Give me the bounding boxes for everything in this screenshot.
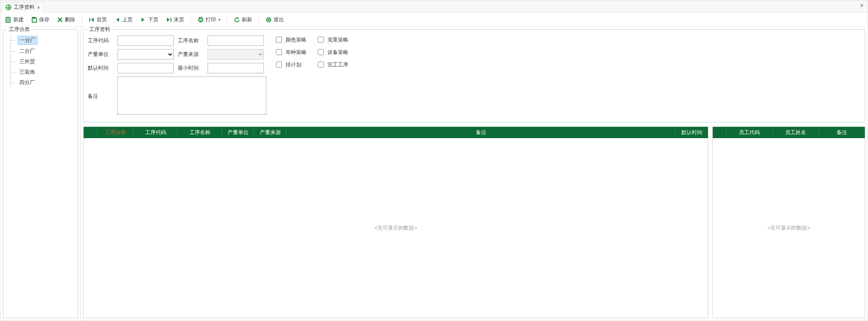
last-page-label: 末页 xyxy=(174,16,184,23)
prev-page-label: 上页 xyxy=(122,16,133,23)
col-source[interactable]: 产量来源 xyxy=(254,127,286,138)
svg-rect-3 xyxy=(7,21,9,21)
device-strategy-checkbox[interactable]: 设备策略 xyxy=(316,48,348,56)
row-selector-header[interactable] xyxy=(713,127,726,138)
tree-item[interactable]: 四分厂 xyxy=(6,77,75,88)
save-button[interactable]: 保存 xyxy=(29,14,52,25)
source-select[interactable] xyxy=(208,49,264,60)
tab-title: 工序资料 xyxy=(14,4,35,11)
first-page-icon xyxy=(88,17,95,23)
separator xyxy=(259,15,259,24)
def-time-input[interactable] xyxy=(117,63,174,73)
new-label: 新建 xyxy=(13,16,24,23)
nodata-text: <无可显示的数据> xyxy=(767,224,810,232)
svg-rect-9 xyxy=(200,21,202,22)
tree-item[interactable]: 三装饰 xyxy=(6,67,75,77)
globe-icon xyxy=(6,4,11,10)
tree-item[interactable]: 三外贸 xyxy=(6,56,75,67)
close-icon[interactable]: × xyxy=(37,4,40,10)
checkbox-input[interactable] xyxy=(276,37,282,43)
svg-rect-5 xyxy=(89,18,90,22)
tree-item[interactable]: 二分厂 xyxy=(6,46,75,56)
exit-button[interactable]: 退出 xyxy=(263,14,286,25)
process-table-header: 工序分类 工序代码 工序名称 产量单位 产量来源 备注 默认时间 xyxy=(84,127,708,138)
col-name[interactable]: 工序名称 xyxy=(178,127,222,138)
svg-rect-8 xyxy=(200,17,202,19)
category-group-title: 工序分类 xyxy=(7,26,31,33)
toolbar: 新建 保存 删除 首页 上页 xyxy=(0,12,868,27)
checkbox-label: 颜色策略 xyxy=(286,36,306,43)
checkbox-label: 排计划 xyxy=(286,61,301,68)
first-page-button[interactable]: 首页 xyxy=(86,14,109,25)
prev-page-icon xyxy=(114,17,121,23)
checkbox-input[interactable] xyxy=(318,37,324,43)
unit-select[interactable] xyxy=(117,49,174,60)
main-area: 工序分类 一分厂二分厂三外贸三装饰四分厂 工序资料 工序代码 工序名称 xyxy=(0,27,868,321)
row-selector-header[interactable] xyxy=(84,127,97,138)
tab-process-data[interactable]: 工序资料 × xyxy=(1,2,45,12)
checkbox-label: 设备策略 xyxy=(327,49,348,56)
svg-rect-1 xyxy=(7,18,9,19)
exit-icon xyxy=(265,17,272,23)
col-category[interactable]: 工序分类 xyxy=(97,127,134,138)
col-emp-name[interactable]: 员工姓名 xyxy=(773,127,819,138)
checkbox-input[interactable] xyxy=(318,49,324,55)
finish-checkbox[interactable]: 完工工序 xyxy=(316,60,348,69)
dropdown-caret-icon: ▾ xyxy=(218,17,220,22)
col-unit[interactable]: 产量单位 xyxy=(222,127,254,138)
employee-table: 员工代码 员工姓名 备注 <无可显示的数据> xyxy=(712,126,865,318)
first-page-label: 首页 xyxy=(97,16,107,23)
unit-label: 产量单位 xyxy=(88,51,113,58)
delete-label: 删除 xyxy=(65,16,75,23)
name-input[interactable] xyxy=(208,35,264,46)
new-icon xyxy=(5,17,12,23)
window-close-icon[interactable]: × xyxy=(860,2,864,9)
remark-textarea[interactable] xyxy=(117,77,266,115)
tree-item[interactable]: 一分厂 xyxy=(6,35,75,46)
save-label: 保存 xyxy=(39,16,49,23)
fabric-strategy-checkbox[interactable]: 布种策略 xyxy=(274,48,306,56)
left-panel: 工序分类 一分厂二分厂三外贸三装饰四分厂 xyxy=(0,27,81,321)
tree-item-label: 二分厂 xyxy=(18,47,37,55)
plan-checkbox[interactable]: 排计划 xyxy=(274,60,306,69)
svg-rect-2 xyxy=(7,19,9,20)
checkbox-label: 克重策略 xyxy=(327,36,348,43)
remark-label: 备注 xyxy=(88,77,113,100)
form-group-title: 工序资料 xyxy=(88,26,112,33)
checkbox-input[interactable] xyxy=(276,62,282,68)
checkbox-input[interactable] xyxy=(318,62,324,68)
employee-table-header: 员工代码 员工姓名 备注 xyxy=(713,127,865,138)
tree-item-label: 一分厂 xyxy=(18,36,37,45)
name-label: 工序名称 xyxy=(178,37,204,44)
checkbox-input[interactable] xyxy=(276,49,282,55)
col-emp-remark[interactable]: 备注 xyxy=(819,127,865,138)
next-page-button[interactable]: 下页 xyxy=(138,14,161,25)
form-group: 工序资料 工序代码 工序名称 产量单位 产量来源 xyxy=(83,29,865,122)
save-icon xyxy=(31,17,37,23)
tree-item-label: 三外贸 xyxy=(18,58,37,66)
svg-rect-6 xyxy=(171,18,171,22)
new-button[interactable]: 新建 xyxy=(3,14,26,25)
weight-strategy-checkbox[interactable]: 克重策略 xyxy=(316,35,348,44)
checkbox-group: 颜色策略 克重策略 布种策略 设备策略 xyxy=(274,35,348,69)
refresh-icon xyxy=(234,17,240,23)
print-button[interactable]: 打印 ▾ xyxy=(195,14,223,25)
col-def-time[interactable]: 默认时间 xyxy=(676,127,708,138)
code-input[interactable] xyxy=(117,35,174,46)
refresh-button[interactable]: 刷新 xyxy=(231,14,255,25)
next-page-label: 下页 xyxy=(148,16,158,23)
prev-page-button[interactable]: 上页 xyxy=(112,14,135,25)
min-time-input[interactable] xyxy=(208,63,264,73)
separator xyxy=(191,15,191,24)
tab-bar: 工序资料 × × xyxy=(0,0,868,12)
tables-row: 工序分类 工序代码 工序名称 产量单位 产量来源 备注 默认时间 <无可显示的数… xyxy=(81,122,868,321)
col-emp-code[interactable]: 员工代码 xyxy=(726,127,773,138)
col-code[interactable]: 工序代码 xyxy=(134,127,178,138)
process-table-body: <无可显示的数据> xyxy=(84,138,708,318)
delete-button[interactable]: 删除 xyxy=(54,14,78,25)
delete-icon xyxy=(57,17,63,23)
color-strategy-checkbox[interactable]: 颜色策略 xyxy=(274,35,306,44)
last-page-button[interactable]: 末页 xyxy=(163,14,187,25)
print-label: 打印 xyxy=(206,16,216,23)
col-remark[interactable]: 备注 xyxy=(286,127,676,138)
